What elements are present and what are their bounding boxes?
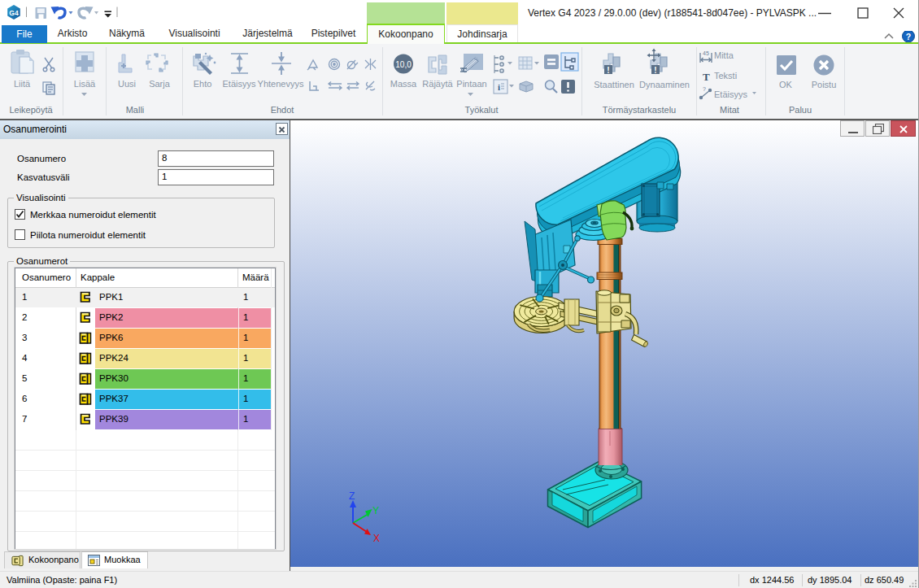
svg-text:?: ? [906, 32, 911, 41]
svg-text:!: ! [607, 66, 609, 75]
svg-text:!: ! [654, 66, 656, 75]
svg-text:T: T [703, 71, 710, 83]
svg-text:i: i [498, 82, 500, 92]
svg-text:10,0: 10,0 [395, 60, 412, 69]
svg-text:Z: Z [349, 490, 355, 502]
svg-text:Y: Y [372, 505, 379, 516]
svg-text:?: ? [703, 86, 706, 92]
svg-text:45: 45 [703, 50, 709, 56]
svg-text:X: X [373, 533, 380, 544]
svg-text:G4: G4 [9, 9, 19, 17]
